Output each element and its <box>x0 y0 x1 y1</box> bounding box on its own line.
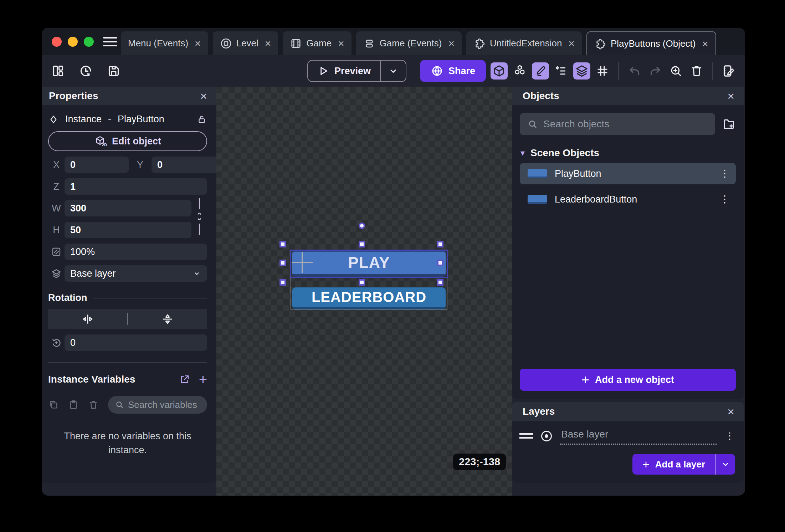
kebab-menu-icon[interactable]: ⋮ <box>719 170 731 177</box>
rotation-field[interactable] <box>65 334 207 351</box>
tab-level[interactable]: Level × <box>213 31 278 55</box>
undo-icon[interactable] <box>626 62 643 80</box>
zoom-icon[interactable] <box>667 62 684 80</box>
origin-crosshair <box>292 252 313 273</box>
resize-handle-top-right[interactable] <box>437 241 443 247</box>
leaderboard-button-instance[interactable]: LEADERBOARD <box>292 287 446 310</box>
preview-button[interactable]: Preview <box>308 65 380 77</box>
toggle-panels-icon[interactable] <box>50 62 67 80</box>
share-button[interactable]: Share <box>420 60 486 82</box>
instance-diamond-icon <box>48 114 59 125</box>
resize-handle-mid-right[interactable] <box>437 260 443 266</box>
lock-aspect-ratio-icon[interactable] <box>191 195 207 238</box>
variables-search[interactable] <box>108 396 207 414</box>
opacity-field[interactable] <box>65 244 207 260</box>
trash-icon[interactable] <box>688 62 705 80</box>
object-row-leaderboardbutton[interactable]: LeaderboardButton ⋮ <box>520 189 736 210</box>
objects-search[interactable] <box>520 113 715 135</box>
close-icon[interactable]: × <box>568 38 575 49</box>
right-panels: Objects × <box>512 87 744 483</box>
collapse-caret-icon[interactable]: ▾ <box>520 148 525 158</box>
resize-handle-top-center[interactable] <box>359 241 365 247</box>
variables-search-input[interactable] <box>128 399 201 410</box>
add-folder-icon[interactable] <box>722 117 736 131</box>
rotate-angle-icon <box>48 337 65 349</box>
copy-icon[interactable] <box>48 399 59 410</box>
add-new-object-button[interactable]: + Add a new object <box>520 369 736 391</box>
layer-select-value: Base layer <box>70 268 116 279</box>
scene-canvas[interactable]: PLAY LEADERBOARD 223;-138 <box>216 87 512 496</box>
tab-playbuttons-object[interactable]: PlayButtons (Object) × <box>586 31 716 55</box>
add-layer-options-chevron[interactable] <box>715 454 735 475</box>
close-icon[interactable]: × <box>727 90 734 102</box>
close-icon[interactable]: × <box>338 38 344 49</box>
scene-objects-group-title: Scene Objects <box>530 147 599 159</box>
tab-game-events[interactable]: Game (Events) × <box>356 31 462 55</box>
x-field[interactable] <box>65 157 129 173</box>
kebab-menu-icon[interactable]: ⋮ <box>724 433 735 439</box>
save-icon[interactable] <box>105 62 122 80</box>
edit-object-button[interactable]: 2D Edit object <box>48 131 207 151</box>
main-menu-icon[interactable] <box>103 28 117 55</box>
layer-select[interactable]: Base layer <box>65 265 207 282</box>
film-icon <box>290 37 302 50</box>
tab-untitled-extension[interactable]: UntitledExtension × <box>466 31 582 55</box>
y-field[interactable] <box>152 157 216 173</box>
add-layer-button[interactable]: + Add a layer <box>632 454 715 475</box>
z-field[interactable] <box>65 178 207 195</box>
close-icon[interactable]: × <box>448 38 455 49</box>
preview-options-chevron[interactable] <box>381 66 406 76</box>
z-label: Z <box>48 181 65 192</box>
kebab-menu-icon[interactable]: ⋮ <box>719 196 731 202</box>
zoom-window-button[interactable] <box>84 37 94 47</box>
instances-list-icon[interactable] <box>553 62 570 80</box>
tab-menu-events[interactable]: Menu (Events) × <box>121 31 208 55</box>
close-icon[interactable]: × <box>195 38 201 49</box>
add-variable-icon[interactable]: + <box>199 372 207 387</box>
layer-visibility-icon[interactable] <box>541 431 552 441</box>
flip-horizontal-icon[interactable] <box>48 312 127 326</box>
edit-scene-events-icon[interactable] <box>720 62 737 80</box>
close-icon[interactable]: × <box>265 38 271 49</box>
open-variables-dialog-icon[interactable] <box>179 374 190 385</box>
resize-handle-bottom-right[interactable] <box>437 279 443 286</box>
globe-icon <box>431 65 443 77</box>
resize-handle-top-left[interactable] <box>279 241 286 247</box>
rotation-section-title: Rotation <box>48 292 87 303</box>
version-history-icon[interactable] <box>77 62 94 80</box>
grid-icon[interactable] <box>594 62 611 80</box>
close-icon[interactable]: × <box>702 39 708 49</box>
layer-row-base-layer[interactable]: Base layer ⋮ <box>512 427 744 445</box>
share-label: Share <box>448 66 475 77</box>
object-thumbnail <box>528 169 547 178</box>
minimize-window-button[interactable] <box>68 37 78 47</box>
objects-search-input[interactable] <box>543 118 708 130</box>
delete-variable-icon[interactable] <box>88 399 99 410</box>
play-button-instance[interactable]: PLAY <box>292 251 446 277</box>
close-icon[interactable]: × <box>200 90 207 102</box>
object-row-playbutton[interactable]: PlayButton ⋮ <box>520 163 736 184</box>
height-field[interactable] <box>65 222 191 238</box>
properties-panel-toggle-icon[interactable] <box>532 62 549 80</box>
properties-header: Properties × <box>42 87 216 105</box>
rotation-handle[interactable] <box>359 222 365 229</box>
tab-game[interactable]: Game × <box>283 31 351 55</box>
tab-label: Menu (Events) <box>128 38 188 49</box>
layer-name-field[interactable]: Base layer <box>560 427 717 445</box>
layers-panel-toggle-icon[interactable] <box>573 62 590 80</box>
redo-icon[interactable] <box>647 62 664 80</box>
drag-handle-icon[interactable] <box>519 433 533 439</box>
traffic-lights <box>42 28 103 55</box>
flip-vertical-icon[interactable] <box>128 312 207 326</box>
close-icon[interactable]: × <box>727 405 734 418</box>
resize-handle-bottom-center[interactable] <box>359 279 365 286</box>
paste-icon[interactable] <box>68 399 79 410</box>
resize-handle-bottom-left[interactable] <box>279 279 286 286</box>
width-field[interactable] <box>65 200 191 216</box>
objects-panel-toggle-icon[interactable] <box>491 62 508 80</box>
divider <box>618 62 619 80</box>
unlock-icon[interactable] <box>196 114 207 125</box>
resize-handle-mid-left[interactable] <box>279 260 286 266</box>
close-window-button[interactable] <box>52 37 62 47</box>
object-groups-icon[interactable] <box>511 62 528 80</box>
